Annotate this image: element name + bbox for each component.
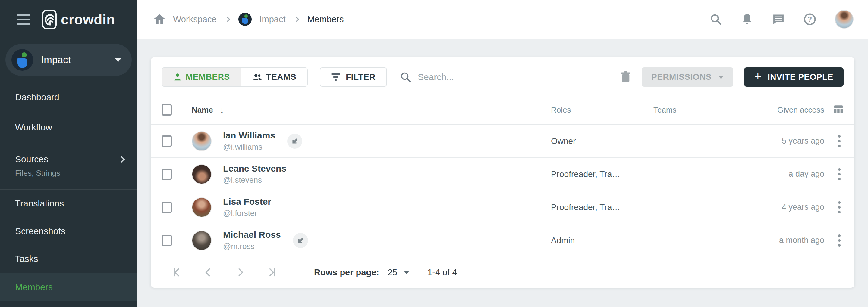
- table-row[interactable]: Leane Stevens @l.stevens Proofreader, Tr…: [151, 158, 855, 191]
- sidebar-item-workflow[interactable]: Workflow: [0, 112, 137, 142]
- table-row[interactable]: Ian Williams @i.williams Owner 5 years a…: [151, 125, 855, 158]
- sidebar-item-sources[interactable]: Sources Files, Strings: [0, 142, 137, 189]
- tab-teams[interactable]: TEAMS: [241, 68, 307, 86]
- row-checkbox[interactable]: [161, 202, 172, 213]
- sidebar: crowdin Impact Dashboard Workflow Source…: [0, 0, 137, 307]
- filter-button[interactable]: FILTER: [320, 67, 387, 87]
- notifications-bell-icon[interactable]: [741, 13, 753, 26]
- logged-in-arrow-icon: [293, 233, 308, 248]
- rows-per-page-label: Rows per page:: [314, 268, 379, 277]
- row-menu-kebab-icon[interactable]: [835, 165, 844, 183]
- member-name[interactable]: Michael Ross: [223, 230, 281, 240]
- rows-per-page-select[interactable]: 25: [388, 268, 409, 277]
- sidebar-item-label: Dashboard: [15, 92, 124, 102]
- toolbar-right: PERMISSIONS + INVITE PEOPLE: [621, 67, 844, 87]
- table-row[interactable]: Lisa Foster @l.forster Proofreader, Tra……: [151, 191, 855, 224]
- project-selector[interactable]: Impact: [5, 44, 132, 76]
- breadcrumb-page: Members: [307, 14, 344, 24]
- member-avatar: [192, 198, 212, 217]
- search-box: [400, 72, 621, 82]
- delete-trash-icon[interactable]: [621, 71, 631, 83]
- chevron-right-icon: [294, 17, 299, 22]
- content: MEMBERS TEAMS FILTER: [137, 39, 868, 307]
- sidebar-item-label: Members: [15, 282, 124, 292]
- chevron-down-icon: [718, 75, 724, 79]
- member-username: @i.williams: [223, 142, 275, 152]
- row-menu-kebab-icon[interactable]: [835, 132, 844, 150]
- table-row[interactable]: Michael Ross @m.ross Admin a month ago: [151, 224, 855, 257]
- member-roles: Owner: [551, 136, 653, 146]
- sidebar-item-tasks[interactable]: Tasks: [0, 245, 137, 273]
- member-avatar: [192, 131, 212, 151]
- filter-button-label: FILTER: [346, 72, 375, 82]
- sidebar-item-label: Sources: [15, 154, 119, 164]
- row-checkbox[interactable]: [161, 135, 172, 147]
- last-page-icon[interactable]: [255, 263, 287, 281]
- next-page-icon[interactable]: [224, 263, 255, 281]
- view-switcher: MEMBERS TEAMS: [161, 67, 308, 87]
- sidebar-item-dashboard[interactable]: Dashboard: [0, 82, 137, 112]
- search-icon[interactable]: [710, 13, 722, 26]
- messages-chat-icon[interactable]: [772, 13, 785, 26]
- brand[interactable]: crowdin: [42, 10, 115, 30]
- sidebar-item-screenshots[interactable]: Screenshots: [0, 217, 137, 245]
- sidebar-item-translations[interactable]: Translations: [0, 190, 137, 217]
- chevron-down-icon: [404, 271, 409, 274]
- table-header: Name ↓ Roles Teams Given access: [151, 96, 855, 125]
- member-given-access: a day ago: [762, 169, 824, 179]
- main-area: Workspace Impact Members ?: [137, 0, 868, 307]
- member-name[interactable]: Ian Williams: [223, 130, 275, 141]
- user-avatar[interactable]: [835, 10, 854, 29]
- card-toolbar: MEMBERS TEAMS FILTER: [151, 57, 855, 96]
- people-icon: [252, 72, 262, 81]
- svg-text:?: ?: [808, 15, 812, 23]
- row-checkbox[interactable]: [161, 169, 172, 180]
- column-header-teams[interactable]: Teams: [653, 105, 762, 115]
- permissions-button[interactable]: PERMISSIONS: [642, 67, 733, 87]
- crowdin-logo-icon: [42, 10, 57, 30]
- member-avatar: [192, 164, 212, 184]
- select-all-checkbox[interactable]: [161, 104, 172, 115]
- help-icon[interactable]: ?: [804, 13, 816, 26]
- row-checkbox[interactable]: [161, 235, 172, 246]
- project-avatar-icon: [239, 13, 252, 26]
- first-page-icon[interactable]: [161, 263, 193, 281]
- sort-descending-icon: ↓: [220, 105, 224, 115]
- brand-name: crowdin: [61, 11, 115, 28]
- tab-members[interactable]: MEMBERS: [162, 68, 241, 86]
- column-header-given-access[interactable]: Given access: [762, 105, 824, 115]
- previous-page-icon[interactable]: [193, 263, 224, 281]
- invite-people-button[interactable]: + INVITE PEOPLE: [744, 67, 844, 87]
- sidebar-item-members[interactable]: Members: [0, 273, 137, 301]
- column-header-roles[interactable]: Roles: [551, 105, 653, 115]
- column-header-name[interactable]: Name ↓: [192, 105, 551, 115]
- breadcrumb-project[interactable]: Impact: [259, 14, 286, 24]
- topbar-actions: ?: [710, 10, 854, 29]
- row-menu-kebab-icon[interactable]: [835, 232, 844, 249]
- search-input[interactable]: [418, 72, 568, 82]
- member-name-cell: Ian Williams @i.williams: [218, 130, 551, 152]
- chevron-right-icon: [225, 17, 230, 22]
- member-avatar: [192, 231, 212, 250]
- member-name-cell: Lisa Foster @l.forster: [218, 197, 551, 218]
- row-menu-kebab-icon[interactable]: [835, 198, 844, 216]
- home-icon[interactable]: [154, 14, 165, 24]
- column-settings-icon[interactable]: [833, 104, 844, 115]
- pagination: Rows per page: 25 1-4 of 4: [151, 257, 855, 288]
- hamburger-menu-icon[interactable]: [17, 14, 30, 25]
- breadcrumb-workspace[interactable]: Workspace: [173, 14, 217, 24]
- tab-teams-label: TEAMS: [266, 72, 297, 82]
- sidebar-item-label: Workflow: [15, 122, 124, 132]
- app-root: crowdin Impact Dashboard Workflow Source…: [0, 0, 868, 307]
- member-name[interactable]: Lisa Foster: [223, 197, 271, 207]
- sidebar-nav: Dashboard Workflow Sources Files, String…: [0, 82, 137, 307]
- filter-icon: [331, 73, 340, 81]
- sidebar-item-label: Translations: [15, 198, 124, 209]
- project-name: Impact: [41, 54, 115, 66]
- permissions-button-label: PERMISSIONS: [651, 72, 712, 82]
- rows-per-page-value: 25: [388, 268, 397, 277]
- member-name-cell: Leane Stevens @l.stevens: [218, 164, 551, 185]
- pagination-range: 1-4 of 4: [427, 268, 457, 277]
- sidebar-item-label: Tasks: [15, 254, 124, 264]
- member-name[interactable]: Leane Stevens: [223, 164, 286, 174]
